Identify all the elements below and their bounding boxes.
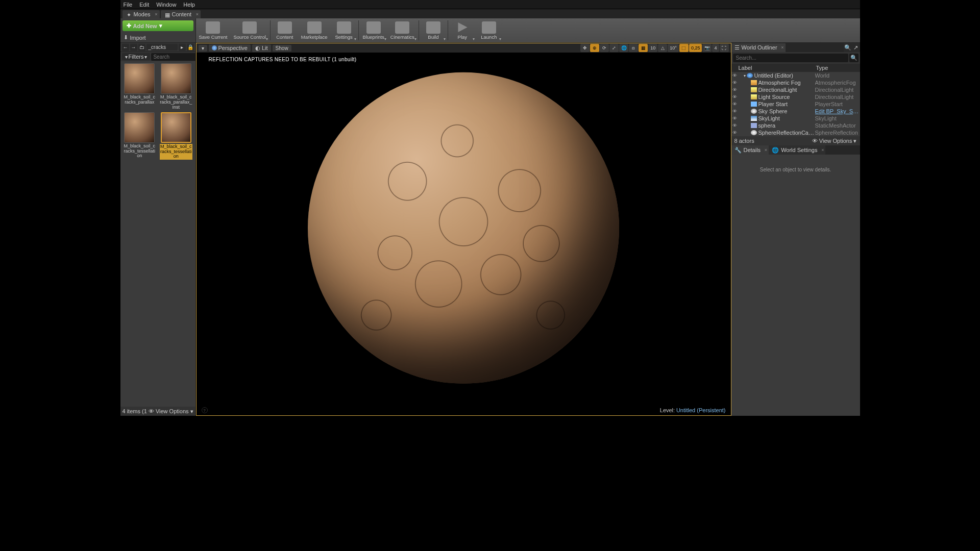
close-icon[interactable]: × xyxy=(196,12,199,17)
actor-count: 8 actors xyxy=(734,138,754,144)
transform-rotate-icon[interactable]: ⟳ xyxy=(600,44,609,52)
lit-icon: ◐ xyxy=(255,45,260,52)
camera-speed-icon[interactable]: 📷 xyxy=(702,44,712,52)
tab-content[interactable]: ▦Content× xyxy=(161,10,201,18)
expand-icon[interactable]: ▾ xyxy=(744,73,746,78)
nav-fwd-button[interactable]: → xyxy=(130,44,137,51)
outliner-row[interactable]: 👁Light SourceDirectionalLight xyxy=(731,93,860,101)
path-lock-icon[interactable]: 🔒 xyxy=(187,44,194,51)
visibility-icon[interactable]: 👁 xyxy=(732,123,740,128)
add-new-button[interactable]: ✚ Add New ▾ xyxy=(122,20,193,31)
tab-world-outliner[interactable]: ☰World Outliner× xyxy=(731,43,786,52)
actor-name: sphera xyxy=(758,122,815,129)
transform-translate-icon[interactable]: ⊕ xyxy=(590,44,599,52)
close-icon[interactable]: × xyxy=(821,147,824,153)
col-label[interactable]: Label xyxy=(731,65,816,71)
visibility-icon[interactable]: 👁 xyxy=(732,94,740,99)
menu-edit[interactable]: Edit xyxy=(139,2,149,8)
visibility-icon[interactable]: 👁 xyxy=(732,116,740,121)
asset-thumbnail xyxy=(124,112,155,143)
outliner-row[interactable]: 👁▾Untitled (Editor)World xyxy=(731,72,860,79)
chevron-down-icon: ▾ xyxy=(266,37,268,41)
outliner-search-input[interactable] xyxy=(733,54,848,62)
level-name-link[interactable]: Untitled (Persistent) xyxy=(676,407,726,413)
visibility-icon[interactable]: 👁 xyxy=(732,109,740,114)
grid-snap-icon[interactable]: ▦ xyxy=(639,44,648,52)
tab-modes[interactable]: ✦Modes× xyxy=(122,10,160,18)
lit-button[interactable]: ◐Lit xyxy=(252,44,271,52)
camera-speed-value[interactable]: 4 xyxy=(712,44,719,52)
chevron-down-icon: ▾ xyxy=(473,37,475,41)
src-icon xyxy=(242,21,257,34)
actor-name: Atmospheric Fog xyxy=(758,80,815,86)
viewport-options-button[interactable]: ▾ xyxy=(199,45,207,52)
angle-snap-icon[interactable]: △ xyxy=(658,44,667,52)
visibility-icon[interactable]: 👁 xyxy=(732,87,740,92)
outliner-row[interactable]: 👁Sky SphereEdit BP_Sky_Sphere xyxy=(731,108,860,115)
actor-name: Sky Sphere xyxy=(758,108,815,114)
view-options-button[interactable]: 👁 View Options ▾ xyxy=(812,138,857,144)
nav-back-button[interactable]: ← xyxy=(122,44,129,51)
asset-tile[interactable]: M_black_soil_cracks_parallax_Inst xyxy=(159,63,193,110)
visibility-icon[interactable]: 👁 xyxy=(732,102,740,107)
visibility-icon[interactable]: 👁 xyxy=(732,80,740,85)
menu-help[interactable]: Help xyxy=(183,2,195,8)
import-button[interactable]: ⬇Import xyxy=(120,33,195,42)
asset-tile[interactable]: M_black_soil_cracks_tessellation xyxy=(159,112,193,160)
close-icon[interactable]: × xyxy=(155,12,157,17)
toolbar-blueprints-button[interactable]: Blueprints▾ xyxy=(360,18,387,42)
actor-type[interactable]: Edit BP_Sky_Sphere xyxy=(815,108,859,114)
close-icon[interactable]: × xyxy=(781,45,783,50)
perspective-button[interactable]: Perspective xyxy=(209,44,251,52)
scale-snap-value[interactable]: 0,25 xyxy=(689,44,702,52)
toolbar-build-button[interactable]: Build▾ xyxy=(420,18,447,42)
outliner-row[interactable]: 👁spheraStaticMeshActor xyxy=(731,122,860,129)
folder-icon[interactable]: 🗀 xyxy=(138,44,145,51)
grid-snap-value[interactable]: 10 xyxy=(648,44,657,52)
show-button[interactable]: Show xyxy=(273,45,291,52)
path-chevron-icon[interactable]: ▸ xyxy=(179,44,186,51)
actor-type-icon xyxy=(751,123,757,128)
outliner-row[interactable]: 👁SphereReflectionCaptureSphereReflection xyxy=(731,129,860,136)
outliner-row[interactable]: 👁Atmospheric FogAtmosphericFog xyxy=(731,79,860,86)
visibility-icon[interactable]: 👁 xyxy=(732,73,740,78)
content-browser: ← → 🗀 _cracks ▸ 🔒 ▾ Filters ▾ 🔍 💾 M_blac… xyxy=(120,43,196,416)
filters-button[interactable]: ▾ Filters ▾ xyxy=(122,53,151,60)
panel-options-icon[interactable]: ↗ xyxy=(852,44,860,51)
angle-snap-value[interactable]: 10° xyxy=(668,44,679,52)
transform-select-icon[interactable]: ✥ xyxy=(580,44,590,52)
asset-tile[interactable]: M_black_soil_cracks_parallax xyxy=(122,63,157,110)
close-icon[interactable]: × xyxy=(765,147,767,153)
toolbar-content-button[interactable]: Content xyxy=(272,18,298,42)
search-options-icon[interactable]: 🔍 xyxy=(844,44,852,51)
surface-snap-icon[interactable]: ⧈ xyxy=(629,44,638,52)
tab-details[interactable]: 🔧Details× xyxy=(731,145,769,155)
scale-snap-icon[interactable]: ⬚ xyxy=(679,44,689,52)
toolbar-play-button[interactable]: Play▾ xyxy=(449,18,476,42)
search-icon[interactable]: 🔍 xyxy=(849,54,859,62)
outliner-row[interactable]: 👁Player StartPlayerStart xyxy=(731,101,860,108)
import-icon: ⬇ xyxy=(124,34,128,41)
menu-file[interactable]: File xyxy=(124,2,133,8)
col-type[interactable]: Type xyxy=(816,65,860,71)
transform-scale-icon[interactable]: ⤢ xyxy=(609,44,619,52)
asset-label: M_black_soil_cracks_parallax_Inst xyxy=(160,95,192,110)
view-options-button[interactable]: 👁 View Options ▾ xyxy=(149,408,193,415)
breadcrumb[interactable]: _cracks xyxy=(146,44,178,51)
toolbar-cinematics-button[interactable]: Cinematics▾ xyxy=(387,18,418,42)
outliner-row[interactable]: 👁SkyLightSkyLight xyxy=(731,115,860,122)
tab-world-settings[interactable]: 🌐World Settings× xyxy=(769,145,825,155)
toolbar-marketplace-button[interactable]: Marketplace xyxy=(298,18,331,42)
toolbar-settings-button[interactable]: Settings▾ xyxy=(331,18,357,42)
outliner-row[interactable]: 👁DirectionalLightDirectionalLight xyxy=(731,86,860,93)
asset-tile[interactable]: M_black_soil_cracks_tessellation xyxy=(122,112,157,160)
asset-label: M_black_soil_cracks_tessellation xyxy=(160,144,192,160)
visibility-icon[interactable]: 👁 xyxy=(732,130,740,135)
toolbar-launch-button[interactable]: Launch▾ xyxy=(476,18,502,42)
toolbar-source-control-button[interactable]: Source Control▾ xyxy=(230,18,268,42)
viewport-3d[interactable]: REFLECTION CAPTURES NEED TO BE REBUILT (… xyxy=(197,53,731,415)
menu-window[interactable]: Window xyxy=(156,2,176,8)
toolbar-save-current-button[interactable]: Save Current xyxy=(196,18,231,42)
maximize-viewport-icon[interactable]: ⛶ xyxy=(720,44,729,52)
coord-space-icon[interactable]: 🌐 xyxy=(619,44,628,52)
